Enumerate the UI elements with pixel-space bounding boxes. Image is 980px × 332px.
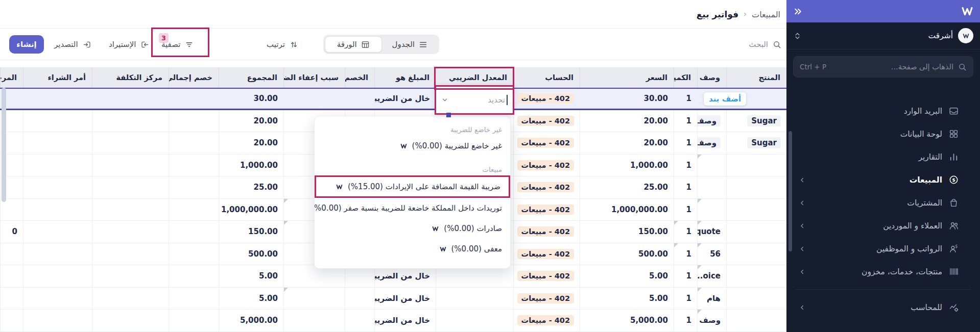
cell-total_discount[interactable] [169, 110, 219, 132]
cell-total[interactable]: 5,000.00 [219, 310, 283, 331]
column-header-qty[interactable]: الكمية [674, 67, 697, 88]
cell-product[interactable]: Sugar [726, 132, 786, 154]
column-header-discount[interactable]: الخصم [345, 67, 374, 88]
cell-cost_center[interactable] [92, 132, 169, 154]
cell-ref[interactable] [0, 243, 23, 265]
sidebar-item-products[interactable]: منتجات، خدمات، مخزون [786, 260, 980, 283]
cell-price[interactable]: 1,000.00 [580, 155, 674, 176]
filter-button[interactable]: تصفية [161, 29, 194, 60]
dropdown-option[interactable]: معفى (0.00%) [315, 239, 510, 259]
cell-account[interactable]: 402 - مبيعات [513, 132, 580, 154]
cell-qty[interactable]: 1 [674, 155, 697, 176]
cell-total[interactable]: 5.00 [219, 288, 283, 310]
dropdown-option[interactable]: صادرات (0.00%) [315, 218, 510, 239]
cell-qty[interactable]: 1 [674, 288, 697, 310]
cell-amount_is[interactable]: خال من الضريبة [374, 89, 436, 109]
cell-total_discount[interactable] [169, 265, 219, 287]
cell-qty[interactable]: 1 [674, 176, 697, 198]
cell-total[interactable]: 30.00 [219, 89, 283, 109]
cell-total[interactable]: 1,000,000.00 [219, 199, 283, 221]
cell-purchase_order[interactable] [23, 110, 92, 132]
cell-total[interactable]: 500.00 [219, 243, 283, 265]
cell-product[interactable] [726, 310, 786, 331]
cell-product[interactable] [726, 243, 786, 265]
cell-ref[interactable] [0, 310, 23, 331]
cell-cost_center[interactable] [92, 310, 169, 331]
cell-total[interactable]: 150.00 [219, 221, 283, 243]
cell-price[interactable]: 150.00 [580, 221, 674, 243]
cell-cost_center[interactable] [92, 288, 169, 310]
cell-total[interactable]: 5.00 [219, 265, 283, 287]
cell-tax_rate[interactable] [436, 288, 513, 310]
cell-price[interactable]: 1,000,000.00 [580, 199, 674, 221]
sort-button[interactable]: ترتيب [267, 29, 298, 60]
cell-total_discount[interactable] [169, 155, 219, 176]
cell-price[interactable]: 20.00 [580, 110, 674, 132]
cell-total[interactable]: 25.00 [219, 176, 283, 198]
cell-total_discount[interactable] [169, 243, 219, 265]
cell-account[interactable]: 402 - مبيعات [513, 288, 580, 310]
cell-total[interactable]: 20.00 [219, 110, 283, 132]
cell-product[interactable] [726, 265, 786, 287]
cell-qty[interactable]: 1 [674, 310, 697, 331]
cell-product[interactable] [726, 199, 786, 221]
cell-desc[interactable]: ...oice [697, 265, 726, 287]
dropdown-option[interactable]: توريدات داخل المملكة خاضعة للضريبة بنسبة… [315, 198, 510, 218]
cell-price[interactable]: 20.00 [580, 132, 674, 154]
cell-desc[interactable]: وصف [697, 310, 726, 331]
cell-total_discount[interactable] [169, 199, 219, 221]
cell-account[interactable]: 402 - مبيعات [513, 243, 580, 265]
column-header-total[interactable]: المجموع [219, 67, 283, 88]
cell-desc[interactable] [697, 176, 726, 198]
cell-purchase_order[interactable] [23, 132, 92, 154]
cell-cost_center[interactable] [92, 176, 169, 198]
cell-discount[interactable] [345, 288, 374, 310]
export-button[interactable]: التصدير [54, 29, 91, 60]
tax-rate-cell-editor[interactable]: تحديد [435, 85, 514, 115]
cell-price[interactable]: 5,000.00 [580, 310, 674, 331]
workspace-user-menu[interactable]: أشرقت [786, 22, 980, 49]
cell-account[interactable]: 402 - مبيعات [513, 265, 580, 287]
cell-purchase_order[interactable] [23, 199, 92, 221]
dropdown-option-vat-15[interactable]: ضريبة القيمة المضافة على الإيرادات (15.0… [315, 175, 510, 198]
column-header-ref[interactable]: المرجع [0, 67, 23, 88]
cell-price[interactable]: 5.00 [580, 265, 674, 287]
import-button[interactable]: الإستيراد [109, 29, 149, 60]
cell-total_discount[interactable] [169, 288, 219, 310]
cell-product[interactable] [726, 288, 786, 310]
cell-exemption[interactable] [283, 310, 345, 331]
cell-desc[interactable]: هام [697, 288, 726, 310]
cell-purchase_order[interactable] [23, 89, 92, 109]
cell-account[interactable]: 402 - مبيعات [513, 155, 580, 176]
breadcrumb-parent-link[interactable]: المبيعات [752, 10, 780, 19]
column-header-product[interactable]: المنتج [726, 67, 786, 88]
cell-desc[interactable]: وصف [697, 132, 726, 154]
cell-purchase_order[interactable] [23, 221, 92, 243]
cell-total_discount[interactable] [169, 89, 219, 109]
cell-qty[interactable]: 1 [674, 265, 697, 287]
workspace-switcher-icon[interactable] [793, 32, 802, 40]
cell-cost_center[interactable] [92, 243, 169, 265]
cell-amount_is[interactable]: خال من الضريبة [374, 288, 436, 310]
sidebar-item-purchases[interactable]: المشتريات [786, 191, 980, 214]
cell-qty[interactable]: 1 [674, 89, 697, 109]
sidebar-item-sales[interactable]: $المبيعات [786, 168, 980, 191]
cell-product[interactable] [726, 176, 786, 198]
cell-purchase_order[interactable] [23, 265, 92, 287]
cell-total[interactable]: 1,000.00 [219, 155, 283, 176]
cell-purchase_order[interactable] [23, 310, 92, 331]
collapse-sidebar-button[interactable] [793, 7, 803, 16]
column-header-tax_rate[interactable]: المعدل الضريبي [436, 67, 513, 88]
column-header-cost_center[interactable]: مركز التكلفة [92, 67, 169, 88]
sidebar-item-reports[interactable]: التقارير [786, 145, 980, 168]
cell-desc[interactable]: 56 [697, 243, 726, 265]
cell-account[interactable]: 402 - مبيعات [513, 221, 580, 243]
cell-qty[interactable]: 1 [674, 243, 697, 265]
cell-qty[interactable]: 1 [674, 199, 697, 221]
column-header-account[interactable]: الحساب [513, 67, 580, 88]
cell-account[interactable]: 402 - مبيعات [513, 310, 580, 331]
cell-total_discount[interactable] [169, 176, 219, 198]
selection-fill-handle[interactable] [446, 113, 451, 117]
sidebar-item-inbox[interactable]: البريد الوارد [786, 99, 980, 122]
view-toggle-table[interactable]: الجدول [382, 36, 438, 53]
